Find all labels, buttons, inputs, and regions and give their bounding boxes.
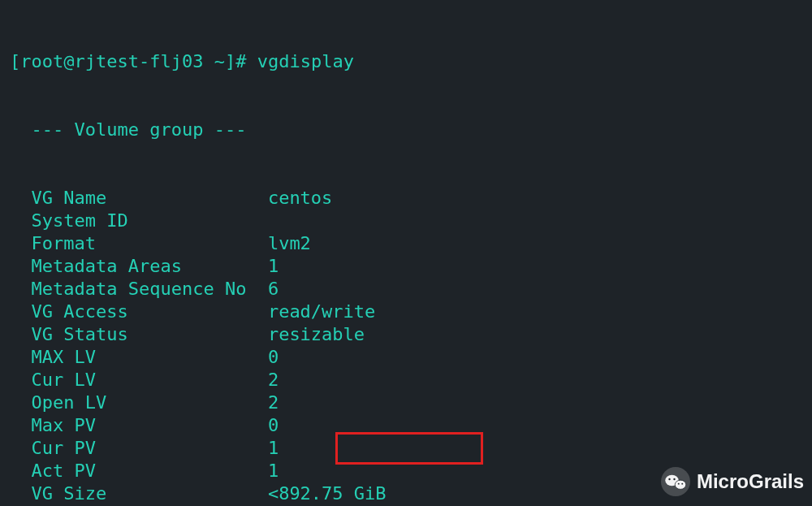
- prompt-line[interactable]: [root@rjtest-flj03 ~]# vgdisplay: [10, 50, 802, 73]
- vg-field-row: Max PV 0: [10, 414, 802, 437]
- vg-field-label: Max PV: [10, 414, 257, 437]
- vg-field-row: Open LV 2: [10, 391, 802, 414]
- vg-field-label: Open LV: [10, 391, 257, 414]
- watermark: MicroGrails: [661, 467, 804, 496]
- prompt-open-bracket: [: [10, 51, 20, 71]
- vg-field-value: 2: [257, 370, 279, 390]
- vg-field-value: <892.75 GiB: [257, 483, 387, 504]
- vg-field-label: Cur PV: [10, 437, 257, 460]
- vg-field-label: VG Status: [10, 323, 257, 346]
- vg-field-value: 2: [257, 392, 279, 413]
- vg-field-value: resizable: [257, 324, 365, 344]
- vg-field-value: read/write: [257, 301, 376, 322]
- prompt-user: root: [20, 51, 63, 71]
- vg-field-row: VG Access read/write: [10, 301, 802, 323]
- svg-point-4: [673, 478, 675, 480]
- vg-field-row: System ID: [10, 210, 802, 232]
- vg-field-row: Metadata Areas 1: [10, 255, 802, 278]
- vg-field-label: Format: [10, 232, 257, 255]
- vg-field-value: 6: [257, 279, 279, 299]
- wechat-icon: [661, 467, 690, 496]
- vg-field-value: 0: [257, 347, 279, 367]
- vg-field-value: 0: [257, 415, 279, 435]
- vg-field-label: Metadata Areas: [10, 255, 257, 278]
- vg-field-row: VG Status resizable: [10, 323, 802, 346]
- vg-field-label: VG Size: [10, 482, 257, 505]
- prompt-cwd: ~: [214, 51, 225, 71]
- prompt-close-bracket: ]: [225, 51, 235, 71]
- vg-field-value: lvm2: [257, 233, 311, 253]
- vg-field-label: System ID: [10, 210, 128, 232]
- vg-field-label: VG Access: [10, 301, 257, 323]
- vg-field-label: Cur LV: [10, 369, 257, 391]
- svg-point-5: [678, 483, 680, 485]
- vg-field-row: VG Name centos: [10, 187, 802, 210]
- vg-field-row: Metadata Sequence No 6: [10, 278, 802, 301]
- terminal-output: [root@rjtest-flj03 ~]# vgdisplay --- Vol…: [0, 0, 812, 506]
- watermark-text: MicroGrails: [697, 470, 804, 493]
- vg-field-value: centos: [257, 188, 333, 208]
- vg-field-value: 1: [257, 461, 279, 481]
- vg-field-row: MAX LV 0: [10, 346, 802, 369]
- svg-point-2: [675, 480, 686, 489]
- vg-field-label: Metadata Sequence No: [10, 278, 257, 301]
- prompt-sigil: #: [235, 51, 246, 71]
- vg-field-label: MAX LV: [10, 346, 257, 369]
- svg-point-3: [668, 478, 670, 480]
- prompt-at: @: [63, 51, 74, 71]
- command-text: vgdisplay: [257, 51, 354, 71]
- vg-field-label: VG Name: [10, 187, 257, 210]
- vg-header: --- Volume group ---: [10, 119, 802, 141]
- svg-point-6: [681, 483, 683, 485]
- vg-field-label: Act PV: [10, 460, 257, 482]
- vg-field-row: Cur LV 2: [10, 369, 802, 391]
- vg-field-row: Cur PV 1: [10, 437, 802, 460]
- vg-field-value: 1: [257, 438, 279, 458]
- prompt-host: rjtest-flj03: [74, 51, 203, 71]
- vg-field-value: 1: [257, 256, 279, 276]
- vg-field-row: Format lvm2: [10, 232, 802, 255]
